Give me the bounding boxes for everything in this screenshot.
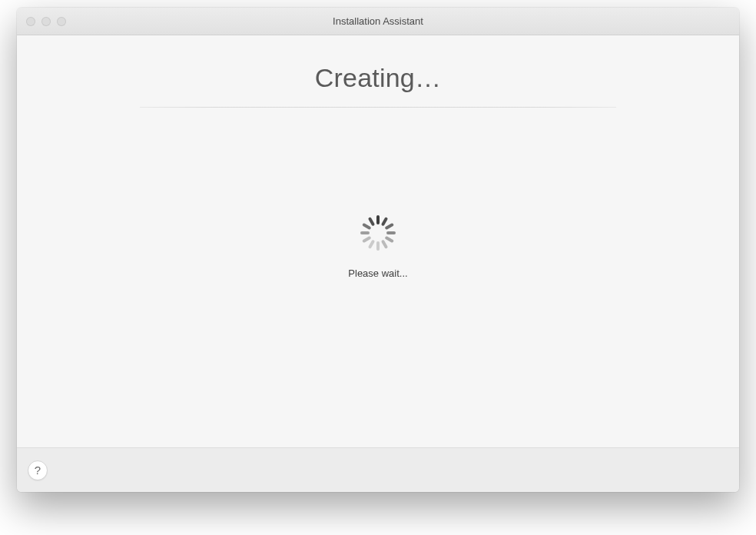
progress-block: Please wait...: [348, 215, 407, 279]
heading-section: Creating…: [140, 63, 616, 108]
page-heading: Creating…: [140, 63, 616, 93]
zoom-window-button[interactable]: [57, 17, 66, 26]
window-footer: ?: [17, 447, 739, 492]
window-titlebar: Installation Assistant: [17, 8, 739, 35]
spinner-icon: [360, 215, 396, 251]
main-content: Creating… Please wait...: [17, 35, 739, 447]
help-button[interactable]: ?: [28, 460, 48, 480]
status-text: Please wait...: [348, 268, 407, 279]
window-title: Installation Assistant: [17, 15, 739, 27]
minimize-window-button[interactable]: [41, 17, 51, 26]
installation-assistant-window: Installation Assistant Creating… P: [17, 8, 739, 492]
window-controls: [26, 17, 66, 26]
close-window-button[interactable]: [26, 17, 35, 26]
help-icon: ?: [35, 464, 41, 477]
